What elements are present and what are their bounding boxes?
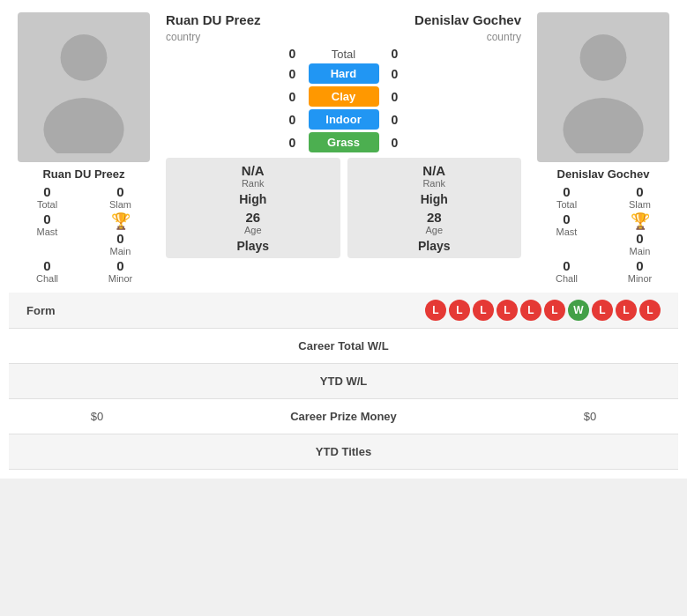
form-badge-4: L <box>520 300 541 321</box>
career-prize-label: Career Prize Money <box>290 410 397 423</box>
right-info-panel: N/A Rank High 28 Age Plays <box>347 158 522 258</box>
left-total-score: 0 <box>284 47 302 61</box>
right-rank-group: N/A Rank <box>422 163 445 189</box>
grass-row: 0 Grass 0 <box>166 132 521 152</box>
grass-left-score: 0 <box>284 136 302 150</box>
right-age-group: 28 Age <box>425 210 443 235</box>
left-slam-group: 0 Slam <box>86 184 155 210</box>
hard-right-score: 0 <box>386 67 404 81</box>
grass-right-score: 0 <box>386 136 404 150</box>
left-plays-label: Plays <box>236 239 269 253</box>
ytd-wl-row: YTD W/L <box>9 364 678 399</box>
right-minor-group: 0 Minor <box>605 258 675 284</box>
right-slam-label: Slam <box>629 199 651 210</box>
form-badge-7: L <box>592 300 613 321</box>
right-total-value: 0 <box>563 184 570 199</box>
indoor-right-score: 0 <box>386 113 404 127</box>
surface-rows: 0 Hard 0 0 Clay 0 0 Indoor 0 0 Grass <box>166 63 521 152</box>
right-plays-group: Plays <box>418 239 451 253</box>
form-badge-6: W <box>568 300 589 321</box>
left-country: country <box>166 31 200 43</box>
left-slam-label: Slam <box>109 199 131 210</box>
form-badge-8: L <box>616 300 637 321</box>
right-minor-value: 0 <box>636 258 643 273</box>
right-high-value: High <box>421 192 448 206</box>
career-prize-row: $0 Career Prize Money $0 <box>9 399 678 434</box>
left-career-prize: $0 <box>9 410 185 423</box>
ytd-wl-label-cell: YTD W/L <box>9 375 678 388</box>
career-wl-label-cell: Career Total W/L <box>9 339 678 353</box>
right-rank-label: Rank <box>422 178 445 189</box>
left-chall-group: 0 Chall <box>12 258 82 284</box>
left-mast-group: 0 Mast <box>12 212 82 256</box>
left-minor-group: 0 Minor <box>86 258 155 284</box>
svg-point-3 <box>563 98 643 153</box>
form-badge-3: L <box>497 300 518 321</box>
right-player-name-center: Denislav Gochev <box>414 12 521 27</box>
ytd-titles-row: YTD Titles <box>9 434 678 470</box>
form-badge-2: L <box>473 300 494 321</box>
career-wl-label: Career Total W/L <box>298 339 388 353</box>
right-rank-value: N/A <box>422 163 445 178</box>
right-main-group: 🏆 0 Main <box>605 212 675 256</box>
right-total-score: 0 <box>386 47 404 61</box>
right-high-group: High <box>421 192 448 206</box>
right-slam-group: 0 Slam <box>605 184 675 210</box>
form-badge-9: L <box>639 300 661 321</box>
career-wl-row: Career Total W/L <box>9 329 678 364</box>
right-mast-value: 0 <box>563 212 570 226</box>
left-main-label: Main <box>110 246 131 256</box>
right-player-name: Denislav Gochev <box>557 167 650 181</box>
left-player-name-center: Ruan DU Preez <box>166 12 261 27</box>
left-plays-group: Plays <box>236 239 269 253</box>
right-total-group: 0 Total <box>532 184 601 210</box>
form-badges-container: L L L L L L W L L L <box>335 293 679 328</box>
left-mast-label: Mast <box>37 226 58 237</box>
left-rank-label: Rank <box>242 178 265 189</box>
left-age-value: 26 <box>245 210 260 225</box>
trophy-icon-right: 🏆 <box>631 212 650 231</box>
left-info-panel: N/A Rank High 26 Age Plays <box>166 158 340 258</box>
right-plays-label: Plays <box>418 239 451 253</box>
total-row: 0 Total 0 <box>166 47 521 61</box>
left-main-value: 0 <box>116 231 123 246</box>
clay-badge: Clay <box>309 86 379 107</box>
form-badge-5: L <box>544 300 565 321</box>
left-rank-value: N/A <box>242 163 265 178</box>
total-label: Total <box>309 48 379 61</box>
right-mast-label: Mast <box>556 226 578 237</box>
bottom-section: Form L L L L L L W L L L Career Total W/… <box>9 293 678 470</box>
left-player-card: Ruan DU Preez 0 Total 0 Slam 0 Mast 🏆 0 <box>9 9 159 287</box>
indoor-row: 0 Indoor 0 <box>166 109 521 130</box>
hard-left-score: 0 <box>284 67 302 81</box>
svg-point-2 <box>580 34 627 81</box>
left-total-group: 0 Total <box>12 184 82 210</box>
form-row: Form L L L L L L W L L L <box>9 293 678 329</box>
right-chall-label: Chall <box>556 273 578 284</box>
right-total-label: Total <box>556 199 577 210</box>
right-country: country <box>487 31 521 43</box>
right-player-card: Denislav Gochev 0 Total 0 Slam 0 Mast 🏆 … <box>528 9 678 287</box>
right-chall-group: 0 Chall <box>532 258 601 284</box>
right-main-label: Main <box>630 246 651 256</box>
grass-badge: Grass <box>309 132 379 152</box>
form-badge-1: L <box>449 300 470 321</box>
right-chall-value: 0 <box>563 258 570 273</box>
clay-row: 0 Clay 0 <box>166 86 521 107</box>
left-rank-group: N/A Rank <box>242 163 265 189</box>
right-minor-label: Minor <box>628 273 653 284</box>
clay-right-score: 0 <box>386 90 404 104</box>
center-section: Ruan DU Preez Denislav Gochev country co… <box>159 9 528 287</box>
left-total-value: 0 <box>43 184 50 199</box>
left-high-value: High <box>239 192 266 206</box>
left-age-label: Age <box>244 225 262 235</box>
right-age-label: Age <box>425 225 443 235</box>
svg-point-1 <box>43 98 123 153</box>
form-badge-0: L <box>425 300 446 321</box>
indoor-left-score: 0 <box>284 113 302 127</box>
form-label-cell: Form <box>9 304 335 317</box>
svg-point-0 <box>61 34 108 81</box>
right-age-value: 28 <box>427 210 442 225</box>
right-mast-group: 0 Mast <box>532 212 601 256</box>
left-age-group: 26 Age <box>244 210 262 235</box>
